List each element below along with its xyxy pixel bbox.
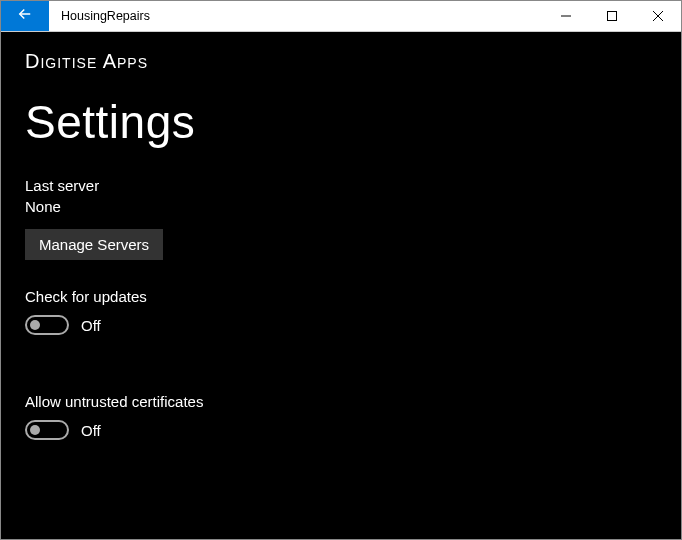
close-button[interactable] <box>635 1 681 31</box>
window-controls <box>543 1 681 31</box>
back-button[interactable] <box>1 1 49 31</box>
back-arrow-icon <box>16 5 34 27</box>
last-server-label: Last server <box>25 177 657 194</box>
page-title: Settings <box>25 95 657 149</box>
check-updates-toggle[interactable] <box>25 315 69 335</box>
manage-servers-button[interactable]: Manage Servers <box>25 229 163 260</box>
minimize-icon <box>561 7 571 25</box>
maximize-button[interactable] <box>589 1 635 31</box>
minimize-button[interactable] <box>543 1 589 31</box>
check-updates-label: Check for updates <box>25 288 657 305</box>
certificates-label: Allow untrusted certificates <box>25 393 657 410</box>
check-updates-section: Check for updates Off <box>25 288 657 335</box>
last-server-section: Last server None Manage Servers <box>25 177 657 260</box>
svg-rect-1 <box>608 12 617 21</box>
toggle-knob-icon <box>30 425 40 435</box>
certificates-toggle[interactable] <box>25 420 69 440</box>
last-server-value: None <box>25 198 657 215</box>
content-area: Digitise Apps Settings Last server None … <box>1 32 681 539</box>
brand-text: Digitise Apps <box>25 50 657 73</box>
maximize-icon <box>607 7 617 25</box>
toggle-knob-icon <box>30 320 40 330</box>
check-updates-state: Off <box>81 317 101 334</box>
titlebar: HousingRepairs <box>1 1 681 32</box>
certificates-state: Off <box>81 422 101 439</box>
close-icon <box>653 7 663 25</box>
certificates-section: Allow untrusted certificates Off <box>25 393 657 440</box>
window-title: HousingRepairs <box>49 1 543 31</box>
